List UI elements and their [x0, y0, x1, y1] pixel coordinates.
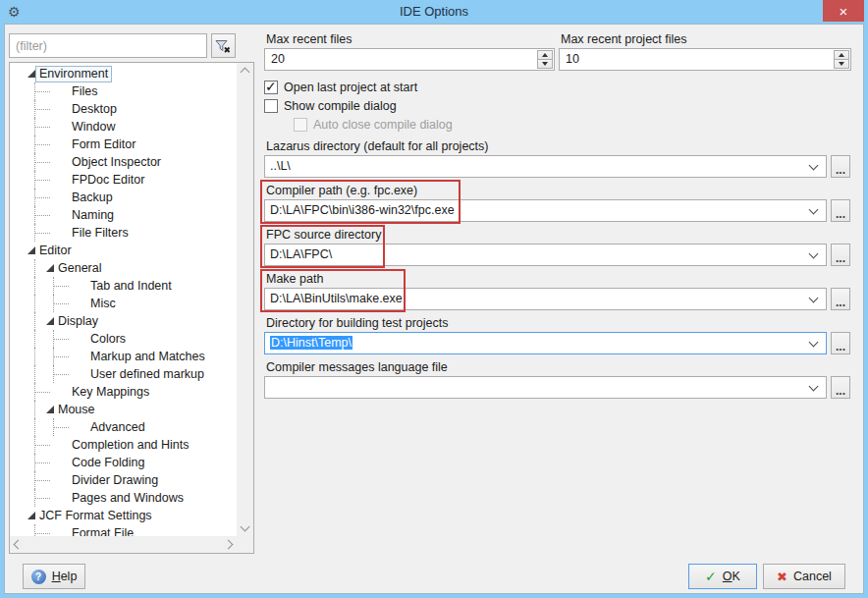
checkbox-checked-icon[interactable] [264, 81, 278, 94]
chevron-down-icon[interactable] [809, 205, 819, 215]
tree-item-label[interactable]: Files [72, 83, 100, 99]
tree-item[interactable]: General [10, 259, 237, 277]
scroll-up-icon[interactable] [241, 68, 250, 78]
tree-item[interactable]: Object Inspector [10, 153, 237, 171]
chevron-down-icon[interactable] [809, 338, 819, 348]
max-recent-files-value[interactable]: 20 [271, 52, 285, 66]
tree-item[interactable]: Misc [10, 295, 237, 312]
browse-button[interactable]: ... [831, 155, 850, 178]
tree-item-label[interactable]: FPDoc Editor [72, 172, 147, 188]
tree-item[interactable]: Mouse [10, 401, 237, 418]
tree-expander-icon[interactable] [27, 512, 35, 519]
tree-item-label[interactable]: Display [58, 313, 101, 329]
tree-item-label[interactable]: Markup and Matches [90, 349, 208, 364]
chevron-down-icon[interactable] [809, 382, 819, 392]
tree-item[interactable]: Pages and Windows [10, 489, 237, 507]
tree-item[interactable]: Files [10, 82, 237, 100]
chevron-down-icon[interactable] [809, 294, 819, 303]
tree-item[interactable]: Environment [10, 65, 237, 82]
scroll-down-icon[interactable] [241, 522, 250, 532]
tree-item[interactable]: Colors [10, 330, 237, 348]
tree-item[interactable]: User defined markup [10, 365, 237, 383]
tree-item[interactable]: JCF Format Settings [10, 507, 237, 524]
tree-item-label[interactable]: Key Mappings [72, 384, 152, 400]
tree-item-label[interactable]: General [58, 260, 104, 276]
browse-button[interactable]: ... [831, 332, 850, 354]
tree-item-label[interactable]: Mouse [58, 402, 98, 417]
tree-expander-icon[interactable] [46, 406, 54, 413]
max-recent-project-files-spinedit[interactable]: 10 [559, 48, 851, 71]
tree-item-label[interactable]: Object Inspector [72, 154, 164, 170]
tree-item[interactable]: Window [10, 118, 237, 136]
tree-item[interactable]: Naming [10, 206, 237, 224]
tree-item-label[interactable]: Form Editor [72, 136, 138, 152]
tree-item[interactable]: Code Folding [10, 454, 237, 471]
tree-item-label[interactable]: File Filters [72, 225, 132, 241]
tree-expander-icon[interactable] [46, 317, 54, 325]
browse-button[interactable]: ... [831, 376, 850, 399]
chevron-down-icon[interactable] [809, 249, 819, 259]
help-button[interactable]: ? Help [23, 564, 85, 589]
show-compile-dialog-checkbox-row[interactable]: Show compile dialog [264, 98, 397, 114]
tree-item-label[interactable]: User defined markup [90, 366, 207, 382]
tree-item-label[interactable]: Misc [90, 296, 119, 311]
tree-item[interactable]: FPDoc Editor [10, 171, 237, 189]
tree-item-label[interactable]: Pages and Windows [72, 490, 187, 506]
tree-expander-icon[interactable] [27, 70, 35, 78]
tree-item[interactable]: Advanced [10, 418, 237, 436]
spin-down-button[interactable] [537, 59, 553, 69]
tree-item[interactable]: Display [10, 312, 237, 330]
tree-item[interactable]: Markup and Matches [10, 348, 237, 365]
combobox-value[interactable]: D:\LA\FPC\bin\i386-win32\fpc.exe [270, 203, 455, 217]
make-path-combobox[interactable]: D:\LA\BinUtils\make.exe [264, 288, 827, 310]
filter-input[interactable] [9, 33, 207, 58]
tree-item-label[interactable]: Divider Drawing [72, 472, 161, 488]
tree-item-label[interactable]: Editor [39, 243, 75, 258]
tree-item[interactable]: Form Editor [10, 136, 237, 153]
tree-item[interactable]: Editor [10, 242, 237, 259]
combobox-value[interactable]: D:\LA\BinUtils\make.exe [270, 292, 403, 305]
checkbox-unchecked-icon[interactable] [264, 99, 278, 113]
tree-item-label[interactable]: Completion and Hints [72, 437, 192, 453]
tree-item-label[interactable]: Format File [72, 525, 136, 536]
tree-item-label[interactable]: Advanced [90, 419, 148, 435]
titlebar[interactable]: ⚙ IDE Options × [0, 0, 868, 24]
spin-down-button[interactable] [834, 59, 849, 69]
combobox-value[interactable]: D:\LA\FPC\ [270, 247, 332, 261]
max-recent-project-files-value[interactable]: 10 [566, 52, 579, 66]
tree-item[interactable]: Divider Drawing [10, 471, 237, 489]
tree-item-label[interactable]: Backup [72, 190, 116, 205]
browse-button[interactable]: ... [831, 199, 850, 222]
tree-item-label[interactable]: Naming [72, 207, 117, 223]
tree-item[interactable]: Backup [10, 189, 237, 206]
browse-button[interactable]: ... [831, 288, 850, 310]
browse-button[interactable]: ... [831, 244, 850, 266]
compiler-path-combobox[interactable]: D:\LA\FPC\bin\i386-win32\fpc.exe [264, 199, 827, 222]
tree-item[interactable]: File Filters [10, 224, 237, 242]
chevron-down-icon[interactable] [809, 161, 819, 171]
tree-item-label[interactable]: Tab and Indent [90, 278, 175, 294]
tree-item[interactable]: Desktop [10, 100, 237, 118]
tree-expander-icon[interactable] [46, 264, 54, 272]
fpc-source-directory-combobox[interactable]: D:\LA\FPC\ [264, 244, 827, 266]
tree-item[interactable]: Format File [10, 524, 237, 536]
tree-item-label[interactable]: JCF Format Settings [39, 508, 155, 523]
tree-item[interactable]: Tab and Indent [10, 277, 237, 295]
lazarus-directory-combobox[interactable]: ..\L\ [264, 155, 827, 178]
tree-item[interactable]: Key Mappings [10, 383, 237, 401]
cancel-button[interactable]: ✖ Cancel [763, 564, 845, 589]
test-build-directory-combobox[interactable]: D:\Hinst\Temp\ [264, 332, 827, 354]
tree-item-label[interactable]: Code Folding [72, 455, 147, 470]
tree-item[interactable]: Completion and Hints [10, 436, 237, 454]
open-last-project-checkbox-row[interactable]: Open last project at start [264, 80, 417, 95]
tree-item-label[interactable]: Colors [90, 331, 129, 347]
tree-vertical-scrollbar[interactable] [237, 63, 253, 536]
tree-item-label[interactable]: Window [72, 119, 118, 135]
tree-item-label[interactable]: Desktop [72, 101, 120, 117]
ok-button[interactable]: ✓ OK [688, 564, 757, 589]
tree-expander-icon[interactable] [27, 246, 35, 254]
tree-item-label[interactable]: Environment [35, 66, 112, 82]
compiler-messages-language-combobox[interactable] [264, 376, 827, 399]
combobox-selected-value[interactable]: D:\Hinst\Temp\ [270, 336, 353, 350]
filter-clear-button[interactable] [211, 33, 236, 58]
